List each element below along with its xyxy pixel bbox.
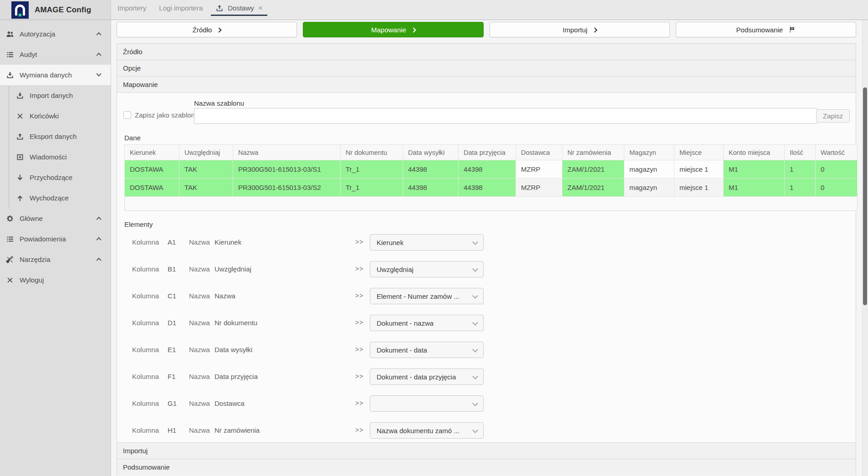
mapped-field-select-h1[interactable]: Nazwa dokumentu zamó ...: [370, 422, 484, 439]
name-value: Data wysyłki: [214, 346, 252, 353]
vertical-scrollbar-thumb[interactable]: [863, 87, 867, 305]
gear-icon: [6, 215, 14, 223]
map-arrows: >>: [355, 373, 363, 380]
table-cell: Tr_1: [341, 160, 403, 179]
save-template-button[interactable]: Zapisz: [816, 109, 850, 123]
sidebar-item-glowne[interactable]: Główne: [0, 208, 111, 229]
template-name-label: Nazwa szablonu: [194, 99, 244, 107]
sidebar-item-powiadomienia[interactable]: Powiadomienia: [0, 229, 111, 249]
column-header-ilosc: Ilość: [785, 145, 816, 160]
accordion-header-podsumowanie[interactable]: Podsumowanie: [117, 459, 856, 476]
accordion-header-importuj[interactable]: Importuj: [117, 443, 856, 459]
element-row-e1: Kolumna E1 Nazwa Data wysyłki >> Dokumen…: [117, 342, 856, 358]
column-label: Kolumna: [132, 399, 159, 407]
chevron-up-icon: [96, 32, 101, 37]
template-name-input[interactable]: [194, 108, 818, 124]
preview-table: KierunekUwzględniajNazwaNr dokumentuData…: [124, 144, 858, 211]
step-label: Mapowanie: [371, 26, 406, 34]
column-header-uwzgledniaj: Uwzględniaj: [179, 145, 233, 160]
table-cell: 0: [816, 179, 858, 197]
name-label: Nazwa: [189, 292, 210, 300]
sidebar-item-label: Przychodzące: [30, 174, 111, 181]
sidebar-item-import-danych[interactable]: Import danych: [0, 85, 111, 106]
sidebar-item-label: Eksport danych: [30, 133, 111, 140]
step-label: Importuj: [563, 26, 587, 34]
table-cell: 44398: [403, 160, 459, 179]
name-label: Nazwa: [189, 265, 210, 273]
mapped-field-select-f1[interactable]: Dokument - data przyjęcia: [370, 369, 484, 385]
name-label: Nazwa: [189, 373, 210, 380]
step-mapowanie[interactable]: Mapowanie: [303, 22, 483, 37]
step-importuj[interactable]: Importuj: [490, 22, 670, 37]
step-zrodlo[interactable]: Źródło: [117, 22, 297, 37]
download-icon: [16, 92, 24, 100]
column-value: B1: [168, 265, 176, 273]
table-cell: M1: [724, 179, 785, 197]
sidebar-item-wychodzace[interactable]: Wychodzące: [0, 188, 111, 208]
x-icon: [6, 276, 14, 284]
column-label: Kolumna: [132, 346, 159, 353]
mapped-field-select-b1[interactable]: Uwzględniaj: [370, 261, 484, 277]
sidebar-item-label: Końcówki: [30, 112, 111, 120]
sidebar-item-narzedzia[interactable]: Narzędzia: [0, 249, 111, 270]
sidebar-item-label: Import danych: [30, 92, 111, 99]
sidebar-item-wyloguj[interactable]: Wyloguj: [0, 270, 111, 290]
mapped-field-select-c1[interactable]: Element - Numer zamów ...: [370, 288, 484, 304]
tab-logi-importera[interactable]: Logi importera: [153, 0, 209, 16]
element-row-c1: Kolumna C1 Nazwa Nazwa >> Element - Nume…: [117, 288, 856, 304]
mapped-field-select-d1[interactable]: Dokument - nazwa: [370, 315, 484, 331]
table-row[interactable]: DOSTAWATAKPR300G501-615013-03/S1Tr_14439…: [125, 160, 858, 179]
inbox-icon: [16, 153, 24, 161]
table-cell: PR300G501-615013-03/S2: [233, 179, 341, 197]
tab-bar: ImporteryLogi importeraDostawy×: [111, 0, 868, 20]
sidebar-item-koncowki[interactable]: Końcówki: [0, 106, 111, 126]
sidebar-item-wymiana-danych[interactable]: Wymiana danych: [0, 65, 111, 85]
map-arrows: >>: [355, 399, 363, 407]
table-cell: Tr_1: [341, 179, 403, 197]
list-icon: [6, 235, 14, 243]
accordion-header-zrodlo[interactable]: Źródło: [117, 44, 856, 60]
mapped-field-select-e1[interactable]: Dokument - data: [370, 342, 484, 358]
list-icon: [6, 51, 14, 59]
chevron-down-icon: [472, 347, 478, 353]
sidebar-item-autoryzacja[interactable]: Autoryzacja: [0, 24, 111, 44]
sidebar-item-wiadomosci[interactable]: Wiadomości: [0, 147, 111, 167]
chevron-down-icon: [96, 71, 101, 76]
chevron-up-icon: [96, 257, 101, 262]
vertical-scrollbar-track[interactable]: [862, 20, 868, 476]
chevron-down-icon: [472, 374, 478, 379]
save-as-template-checkbox[interactable]: [123, 111, 131, 119]
table-cell: 0: [816, 160, 858, 179]
tab-label: Logi importera: [159, 4, 203, 12]
sidebar-item-przychodzace[interactable]: Przychodzące: [0, 167, 111, 188]
table-row[interactable]: DOSTAWATAKPR300G501-615013-03/S2Tr_14439…: [125, 179, 858, 197]
tab-label: Importery: [117, 4, 146, 12]
sidebar-item-audyt[interactable]: Audyt: [0, 44, 111, 65]
table-cell: MZRP: [516, 160, 562, 179]
mapping-panel: Zapisz jako szablon Nazwa szablonu Zapis…: [117, 93, 856, 443]
app-title: AMAGE Config: [35, 5, 91, 15]
name-value: Uwzględniaj: [214, 265, 251, 273]
mapped-field-select-a1[interactable]: Kierunek: [370, 234, 484, 251]
column-header-nr-dokumentu: Nr dokumentu: [341, 145, 403, 160]
close-icon[interactable]: ×: [258, 4, 263, 12]
upload-icon: [16, 133, 24, 141]
tab-importery[interactable]: Importery: [111, 0, 153, 16]
name-label: Nazwa: [189, 346, 210, 353]
map-arrows: >>: [355, 265, 363, 272]
sidebar-header: AMAGE Config: [0, 0, 111, 20]
sidebar-item-eksport-danych[interactable]: Eksport danych: [0, 126, 111, 147]
table-cell: ZAM/1/2021: [562, 160, 624, 179]
mapped-field-select-g1[interactable]: [370, 395, 484, 412]
wizard-steps: ŹródłoMapowanieImportujPodsumowanie: [111, 20, 868, 37]
sidebar: AMAGE Config AutoryzacjaAudytWymiana dan…: [0, 0, 111, 476]
column-header-wartosc: Wartość: [816, 145, 858, 160]
table-cell: DOSTAWA: [125, 179, 179, 197]
table-empty-row: [125, 197, 858, 211]
column-label: Kolumna: [132, 265, 159, 273]
chevron-right-icon: [592, 27, 597, 32]
step-podsumowanie[interactable]: Podsumowanie: [676, 22, 856, 37]
tab-dostawy[interactable]: Dostawy×: [209, 0, 269, 16]
accordion-header-mapowanie[interactable]: Mapowanie: [117, 77, 856, 93]
accordion-header-opcje[interactable]: Opcje: [117, 60, 856, 77]
